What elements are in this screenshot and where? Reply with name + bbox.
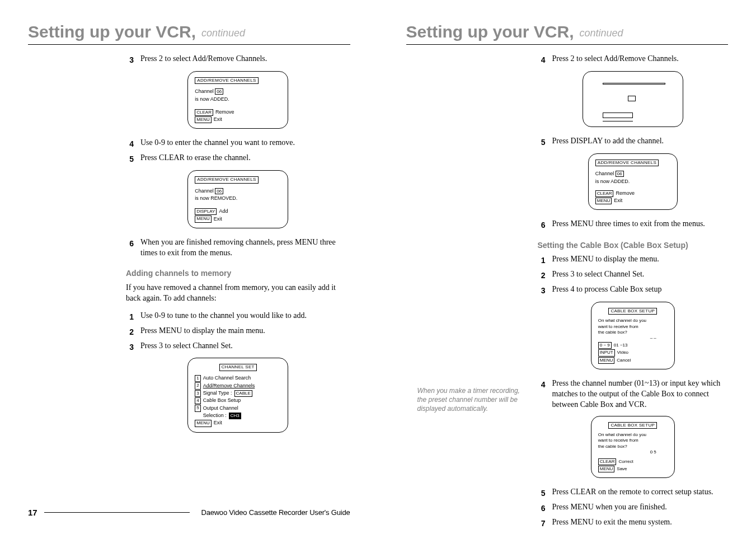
step-text: Press 3 to select Channel Set. [140,341,233,352]
page-title-right: Setting up your VCR, continued [406,22,729,41]
channel-box: 06 [215,188,223,194]
step-num: 6 [126,237,134,249]
menu-num: 3 [195,390,200,397]
title-continued: continued [580,27,623,41]
key-label: CLEAR [195,109,213,116]
blank-bar-icon [603,113,633,118]
step-text: Press CLEAR on the remote to correct set… [552,487,713,498]
step-num: 3 [538,284,546,296]
step-num: 4 [538,54,546,65]
screen-line: On what channel do you [598,318,668,324]
step-text: Press 3 to select Channel Set. [552,269,645,280]
key-action: Exit [614,198,622,204]
screen-line: is now ADDED. [195,96,281,103]
menu-num: 4 [195,397,200,404]
step-num: 6 [538,502,546,514]
key-action: Video [617,350,628,355]
adding-step-3: 3 Press 3 to select Channel Set. [126,341,350,353]
key-action: Remove [215,109,234,116]
step-num: 2 [126,326,134,338]
adding-step-1: 1 Use 0-9 to tune to the channel you wou… [126,311,350,322]
key-label: INPUT [598,349,615,356]
cable-step-4: 4 Press the channel number (01~13) or in… [538,378,729,410]
menu-item: Output Channel [203,405,238,412]
step-6: 6 Press MENU three times to exit from th… [538,219,729,231]
key-label: MENU [195,420,212,427]
screen-hdr: CHANNEL SET [219,364,257,371]
title-main: Setting up your VCR, [406,22,574,41]
screen-cable-setup-value: CABLE BOX SETUP On what channel do you w… [591,416,675,479]
step-5: 5 Press CLEAR to erase the channel. [126,153,350,165]
menu-num: 2 [195,382,200,389]
step-num: 7 [538,517,546,529]
step-3: 3 Press 2 to select Add/Remove Channels. [126,54,350,65]
key-label: MENU [598,466,615,472]
screen-cable-setup-input: CABLE BOX SETUP On what channel do you w… [591,302,675,369]
channel-box: 06 [215,88,223,95]
screen-hdr: CABLE BOX SETUP [608,308,657,315]
section-head-adding: Adding channels to memory [126,269,350,278]
cable-step-1: 1 Press MENU to display the menu. [538,254,729,266]
page-right: Setting up your VCR, continued 4 Press 2… [378,0,757,534]
screen-line: On what channel do you [598,432,668,438]
title-main: Setting up your VCR, [28,22,196,41]
screen-channel-set: CHANNEL SET 1Auto Channel Search 2Add/Re… [187,358,288,432]
step-num: 4 [538,378,546,390]
cable-step-7: 7 Press MENU to exit the menu system. [538,517,729,529]
step-text: Press MENU to display the menu. [552,254,659,265]
menu-num: 5 [195,405,200,411]
step-num: 4 [126,138,134,149]
step-4: 4 Press 2 to select Add/Remove Channels. [538,54,729,65]
menu-value: CH3 [229,413,241,419]
step-num: 3 [126,341,134,353]
menu-item: Selection : [203,413,227,419]
key-label: 0 ~ 9 [598,342,612,349]
menu-num: 1 [195,375,200,382]
channel-box: 06 [616,171,624,177]
section-head-cablebox: Setting the Cable Box (Cable Box Setup) [538,241,729,250]
key-label: MENU [598,357,615,364]
content-left: 3 Press 2 to select Add/Remove Channels.… [28,50,350,508]
callout-note: When you make a timer recording, the pre… [417,386,524,414]
step-6: 6 When you are finished removing channel… [126,237,350,259]
screen-add-remove-added: ADD/REMOVE CHANNELS Channel 06 is now AD… [187,71,288,129]
footer-rule [44,512,190,513]
screen-line: Channel [595,171,614,176]
key-action: Save [617,466,627,472]
key-label: MENU [195,216,212,222]
key-action: Exit [214,216,222,223]
title-rule [28,44,350,45]
key-label: MENU [595,198,612,204]
step-text: Press DISPLAY to add the channel. [552,136,664,147]
step-text: Press MENU three times to exit from the … [552,219,705,229]
step-text: Use 0-9 to enter the channel you want to… [140,138,295,148]
key-action: Correct [618,459,633,465]
key-label: DISPLAY [195,208,217,215]
step-num: 3 [126,54,134,65]
step-num: 6 [538,219,546,231]
section-para: If you have removed a channel from memor… [126,282,350,304]
key-label: CLEAR [598,458,617,465]
blank-box-icon [628,96,636,101]
screen-hdr: ADD/REMOVE CHANNELS [595,160,659,166]
step-text: Press CLEAR to erase the channel. [140,153,251,163]
screen-line: want to receive from [598,324,668,330]
screen-line: is now ADDED. [595,179,670,185]
page-number: 17 [28,508,37,517]
step-text: Press 2 to select Add/Remove Channels. [140,54,267,64]
adding-step-2: 2 Press MENU to display the main menu. [126,326,350,338]
step-num: 1 [126,311,134,322]
screen-add-remove-removed: ADD/REMOVE CHANNELS Channel 06 is now RE… [187,170,288,228]
cable-step-6: 6 Press MENU when you are finished. [538,502,729,514]
step-text: Press 4 to process Cable Box setup [552,284,662,295]
step-text: Press the channel number (01~13) or inpu… [552,378,729,410]
screen-line: Channel [195,88,214,94]
menu-item: Auto Channel Search [203,375,251,382]
key-label: CLEAR [595,190,614,197]
step-text: Press MENU to exit the menu system. [552,517,672,528]
screen-line: the cable box? [598,330,668,335]
key-action: Cancel [617,358,631,363]
key-label: MENU [195,116,212,123]
step-num: 2 [538,269,546,281]
menu-item: Signal Type : [203,390,232,397]
